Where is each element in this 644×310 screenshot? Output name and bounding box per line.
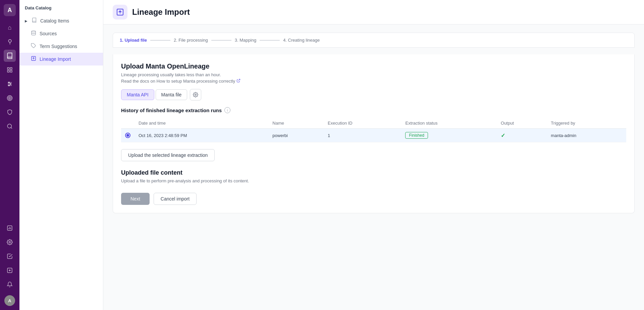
table-header-row: Date and time Name Execution ID Extracti… (121, 118, 626, 129)
sidebar-title: Data Catalog (19, 5, 103, 14)
table-row[interactable]: Oct 16, 2023 2:48:59 PM powerbi 1 Finish… (121, 129, 626, 142)
main-content: Lineage Import 1. Upload file 2. File pr… (103, 0, 644, 310)
th-datetime: Date and time (135, 118, 268, 129)
step-3-label: 3. Mapping (235, 38, 256, 43)
check-icon: ✓ (501, 133, 505, 138)
card-desc-1: Lineage processing usually takes less th… (121, 72, 626, 77)
main-card: Upload Manta OpenLineage Lineage process… (113, 54, 635, 213)
svg-point-19 (9, 241, 11, 243)
history-section-header: History of finished lineage extraction r… (121, 107, 626, 113)
th-name: Name (268, 118, 324, 129)
svg-rect-0 (7, 68, 9, 69)
sidebar-item-term-suggestions[interactable]: Term Suggestions (19, 40, 103, 53)
target-icon[interactable] (4, 92, 16, 104)
svg-point-7 (8, 82, 9, 83)
th-extraction-status: Extraction status (401, 118, 497, 129)
step-4: 4. Creating lineage (283, 38, 320, 43)
footer-actions: Next Cancel import (121, 193, 626, 205)
page-title: Lineage Import (132, 7, 190, 17)
step-connector-2 (211, 40, 231, 41)
step-connector-3 (260, 40, 280, 41)
grid-icon[interactable] (4, 64, 16, 76)
sidebar-item-sources[interactable]: Sources (19, 27, 103, 40)
tab-manta-api[interactable]: Manta API (121, 89, 154, 100)
plus-square-icon[interactable] (4, 264, 16, 276)
row-triggered-by: manta-admin (547, 129, 626, 142)
row-radio[interactable] (121, 129, 135, 142)
search2-icon[interactable] (4, 120, 16, 132)
upload-selected-button[interactable]: Upload the selected lineage extraction (121, 149, 215, 161)
expand-arrow-icon: ▶ (25, 19, 28, 23)
lineage-import-icon (31, 56, 36, 62)
svg-line-14 (11, 127, 12, 128)
tab-manta-file[interactable]: Manta file (156, 89, 187, 100)
content-area: 1. Upload file 2. File processing 3. Map… (103, 25, 644, 310)
sliders-icon[interactable] (4, 78, 16, 90)
page-icon (113, 5, 127, 19)
svg-point-11 (8, 97, 11, 100)
app-logo: A (4, 4, 16, 16)
svg-rect-1 (10, 68, 12, 69)
catalog-items-icon (32, 17, 37, 24)
row-output: ✓ (497, 129, 547, 142)
step-1: 1. Upload file (120, 38, 147, 43)
bell-icon[interactable] (4, 278, 16, 291)
icon-rail: A ⌂ ⚲ A (0, 0, 19, 310)
svg-point-8 (10, 84, 11, 85)
step-4-label: 4. Creating lineage (283, 38, 320, 43)
th-select (121, 118, 135, 129)
step-3: 3. Mapping (235, 38, 256, 43)
page-header: Lineage Import (103, 0, 644, 25)
history-title: History of finished lineage extraction r… (121, 107, 222, 113)
row-extraction-status: Finished (401, 129, 497, 142)
step-2-label: 2. File processing (174, 38, 208, 43)
sidebar-item-lineage-import[interactable]: Lineage Import (19, 53, 103, 65)
svg-point-30 (195, 94, 196, 95)
term-suggestions-icon (31, 43, 36, 50)
sidebar-label-lineage-import: Lineage Import (40, 56, 71, 62)
settings-gear-icon[interactable] (190, 89, 201, 100)
svg-point-9 (8, 85, 9, 86)
next-button[interactable]: Next (121, 193, 150, 205)
uploaded-file-content-desc: Upload a file to perform pre-analysis an… (121, 178, 626, 183)
user-avatar[interactable]: A (4, 295, 15, 306)
th-output: Output (497, 118, 547, 129)
shield-icon[interactable] (4, 106, 16, 118)
step-1-label: 1. Upload file (120, 38, 147, 43)
svg-point-12 (9, 98, 10, 99)
svg-point-13 (7, 124, 11, 128)
info-icon[interactable]: i (224, 107, 230, 113)
sidebar-label-catalog-items: Catalog Items (40, 18, 69, 24)
th-triggered-by: Triggered by (547, 118, 626, 129)
sidebar-label-term-suggestions: Term Suggestions (40, 44, 77, 49)
svg-line-29 (238, 79, 240, 81)
radio-dot-inner (126, 134, 129, 137)
row-name: powerbi (268, 129, 324, 142)
steps-bar: 1. Upload file 2. File processing 3. Map… (113, 33, 635, 48)
history-table: Date and time Name Execution ID Extracti… (121, 118, 626, 142)
book-icon[interactable] (4, 50, 16, 62)
status-badge: Finished (405, 132, 428, 139)
sidebar-label-sources: Sources (40, 31, 57, 36)
svg-rect-3 (10, 71, 12, 72)
report-icon[interactable] (4, 222, 16, 234)
settings-icon[interactable] (4, 236, 16, 248)
uploaded-file-content-title: Uploaded file content (121, 169, 626, 176)
sidebar: Data Catalog ▶ Catalog Items Sources Ter… (19, 0, 103, 310)
step-connector-1 (150, 40, 170, 41)
svg-rect-2 (7, 71, 9, 72)
row-execution-id: 1 (324, 129, 401, 142)
step-2: 2. File processing (174, 38, 208, 43)
row-datetime: Oct 16, 2023 2:48:59 PM (135, 129, 268, 142)
search-icon[interactable]: ⚲ (4, 36, 16, 48)
source-tabs: Manta API Manta file (121, 89, 626, 100)
home-icon[interactable]: ⌂ (4, 21, 16, 34)
check-square-icon[interactable] (4, 250, 16, 262)
cancel-import-button[interactable]: Cancel import (154, 193, 197, 205)
radio-dot (125, 133, 130, 138)
sources-icon (31, 30, 36, 37)
svg-point-23 (32, 31, 36, 32)
sidebar-item-catalog-items[interactable]: ▶ Catalog Items (19, 14, 103, 27)
card-desc-2: Read the docs on How to setup Manta proc… (121, 79, 626, 84)
docs-link[interactable] (236, 79, 240, 83)
